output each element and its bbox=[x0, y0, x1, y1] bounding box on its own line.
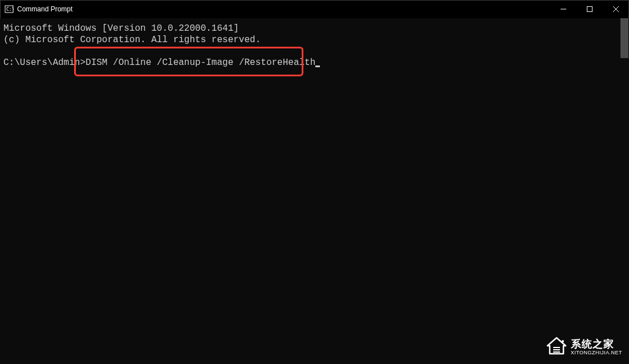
titlebar[interactable]: C:\ Command Prompt bbox=[0, 0, 629, 18]
svg-rect-3 bbox=[587, 7, 593, 12]
cmd-icon: C:\ bbox=[5, 5, 14, 14]
watermark: 系统之家 XITONGZHIJIA.NET bbox=[546, 337, 622, 358]
terminal-output-line: Microsoft Windows [Version 10.0.22000.16… bbox=[3, 23, 629, 34]
watermark-sub: XITONGZHIJIA.NET bbox=[571, 350, 622, 356]
terminal-body[interactable]: Microsoft Windows [Version 10.0.22000.16… bbox=[0, 18, 629, 364]
close-button[interactable] bbox=[603, 0, 629, 18]
minimize-button[interactable] bbox=[550, 0, 577, 18]
terminal-prompt-line: C:\Users\Admin>DISM /Online /Cleanup-Ima… bbox=[3, 57, 629, 68]
cursor-icon bbox=[315, 66, 320, 67]
window-title: Command Prompt bbox=[17, 5, 550, 13]
terminal-prompt: C:\Users\Admin> bbox=[3, 58, 86, 68]
svg-text:C:\: C:\ bbox=[6, 7, 14, 12]
terminal-output-line: (c) Microsoft Corporation. All rights re… bbox=[3, 34, 629, 46]
window-controls bbox=[550, 0, 629, 18]
scrollbar[interactable] bbox=[619, 18, 628, 364]
watermark-main: 系统之家 bbox=[571, 339, 622, 350]
scrollbar-thumb[interactable] bbox=[620, 18, 628, 58]
house-icon bbox=[546, 337, 567, 358]
svg-point-9 bbox=[562, 340, 564, 342]
maximize-button[interactable] bbox=[577, 0, 603, 18]
watermark-text: 系统之家 XITONGZHIJIA.NET bbox=[571, 339, 622, 356]
terminal-command: DISM /Online /Cleanup-Image /RestoreHeal… bbox=[86, 58, 315, 68]
